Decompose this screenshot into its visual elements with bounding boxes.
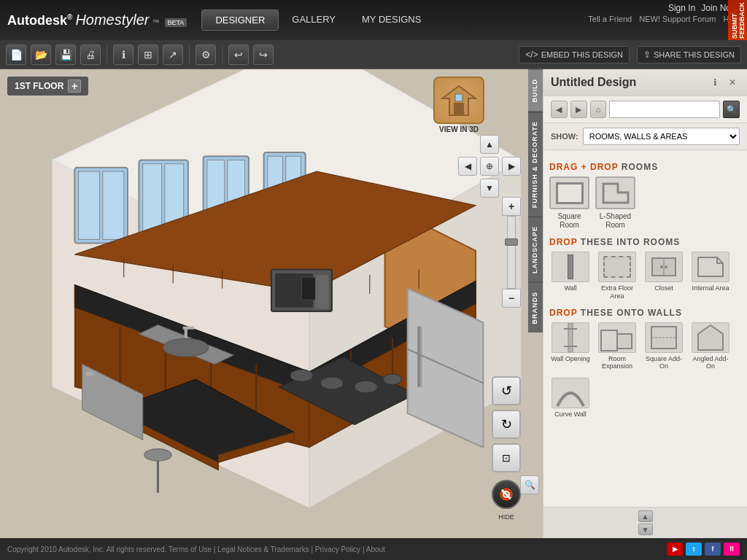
square-addon-svg [650, 323, 678, 352]
svg-rect-61 [86, 372, 93, 376]
pan-center-button[interactable]: ⊕ [480, 157, 499, 176]
tell-friend-link[interactable]: Tell a Friend [588, 15, 632, 23]
navigation-links: DESIGNER GALLERY MY DESIGNS [201, 9, 434, 31]
pan-up-button[interactable]: ▲ [480, 135, 499, 154]
nav-my-designs[interactable]: MY DESIGNS [349, 9, 434, 31]
copy-button[interactable]: ⊞ [138, 44, 158, 65]
feedback-tab[interactable]: SUBMIT FEEDBACK [728, 0, 747, 40]
youtube-icon[interactable]: ▶ [667, 542, 683, 556]
build-tab[interactable]: BUILD [528, 69, 543, 112]
zoom-handle[interactable] [505, 238, 518, 246]
embed-label: EMBED THIS DESIGN [541, 50, 623, 59]
house-svg [441, 82, 477, 119]
square-room-item[interactable]: SquareRoom [549, 176, 589, 230]
nav-designer[interactable]: DESIGNER [201, 9, 279, 31]
panel-search-input[interactable] [609, 101, 720, 118]
closet-item[interactable]: Closet [643, 252, 685, 300]
hide-wrapper: HIDE [492, 480, 521, 509]
panel-forward-button[interactable]: ▶ [570, 101, 587, 118]
l-shaped-room-label: L-ShapedRoom [600, 212, 631, 230]
print-button[interactable]: 🖨 [80, 44, 101, 65]
panel-home-button[interactable]: ⌂ [590, 101, 607, 118]
panel-close-button[interactable]: ✕ [725, 75, 740, 90]
hide-button[interactable] [492, 480, 521, 509]
embed-design-button[interactable]: </> EMBED THIS DESIGN [519, 46, 630, 63]
drag-drop-rooms-title: DRAG + DROP ROOMS [549, 162, 741, 172]
collapse-up-button[interactable]: ▲ [638, 510, 653, 522]
flickr-icon[interactable]: fl [724, 542, 740, 556]
add-floor-button[interactable]: + [68, 79, 81, 93]
rotate-right-button[interactable]: ↻ [492, 410, 521, 439]
landscape-tab[interactable]: LANDSCAPE [528, 217, 543, 282]
panel-search-button[interactable]: 🔍 [723, 101, 740, 118]
view-3d-button[interactable]: VIEW IN 3D [433, 77, 484, 133]
pan-right-button[interactable]: ▶ [502, 157, 521, 176]
pan-down-button[interactable]: ▼ [480, 179, 499, 198]
curve-wall-item[interactable]: Curve Wall [549, 378, 592, 419]
drop-into-rooms-title: DROP THESE INTO ROOMS [549, 237, 741, 247]
svg-rect-2 [455, 94, 462, 101]
angled-addon-label: Angled Add-On [689, 355, 732, 371]
hide-label: HIDE [498, 513, 514, 521]
extra-floor-shape [603, 256, 631, 278]
drop-label-1: DROP [549, 237, 577, 247]
zoom-slider[interactable] [507, 216, 516, 289]
svg-rect-75 [617, 334, 632, 349]
nav-up-row: ▲ [480, 135, 499, 154]
l-room-svg [602, 182, 630, 204]
angled-addon-svg [697, 323, 724, 352]
info-button[interactable]: ℹ [113, 44, 133, 65]
open-button[interactable]: 📂 [31, 44, 51, 65]
canvas-area[interactable]: 1ST FLOOR + VIEW IN 3D [0, 69, 543, 538]
facebook-icon[interactable]: f [705, 542, 721, 556]
square-addon-item[interactable]: Square Add-On [643, 322, 685, 371]
hide-icon [498, 486, 515, 503]
side-tabs: BUILD FURNISH & DECORATE LANDSCAPE BRAND… [528, 69, 543, 332]
l-shaped-room-icon [595, 176, 635, 209]
angled-addon-item[interactable]: Angled Add-On [689, 322, 732, 371]
wall-item[interactable]: Wall [549, 252, 592, 300]
collapse-down-button[interactable]: ▼ [638, 524, 653, 535]
wall-icon [551, 252, 589, 282]
export-button[interactable]: ↗ [163, 44, 183, 65]
room-expansion-item[interactable]: Room Expansion [596, 322, 638, 371]
support-link[interactable]: NEW! Support Forum [639, 15, 716, 23]
svg-rect-71 [568, 323, 573, 352]
svg-point-46 [383, 374, 401, 385]
screenshot-button[interactable]: ⊡ [492, 443, 521, 472]
undo-button[interactable]: ↩ [228, 44, 249, 65]
panel-info-button[interactable]: ℹ [708, 75, 722, 90]
settings-button[interactable]: ⚙ [196, 44, 216, 65]
new-button[interactable]: 📄 [6, 44, 26, 65]
footer-text: Copyright 2010 Autodesk, Inc. All rights… [7, 545, 661, 553]
show-bar: SHOW: ROOMS, WALLS & AREAS WALLS ONLY AR… [543, 123, 747, 150]
drag-label: DRAG + DROP [549, 162, 618, 172]
brands-tab[interactable]: BRANDS [528, 282, 543, 333]
furnish-decorate-tab[interactable]: FURNISH & DECORATE [528, 112, 543, 217]
nav-gallery[interactable]: GALLERY [279, 9, 349, 31]
show-select[interactable]: ROOMS, WALLS & AREAS WALLS ONLY AREAS ON… [583, 128, 740, 145]
rotate-left-button[interactable]: ↺ [492, 376, 521, 405]
pan-left-button[interactable]: ◀ [458, 157, 477, 176]
magnify-button[interactable]: 🔍 [520, 475, 539, 494]
toolbar: 📄 📂 💾 🖨 ℹ ⊞ ↗ ⚙ ↩ ↪ </> EMBED THIS DESIG… [0, 40, 747, 69]
svg-rect-41 [315, 275, 329, 309]
l-shaped-room-item[interactable]: L-ShapedRoom [595, 176, 635, 230]
twitter-icon[interactable]: t [686, 542, 702, 556]
redo-button[interactable]: ↪ [253, 44, 274, 65]
curve-wall-svg [554, 378, 587, 408]
save-button[interactable]: 💾 [55, 44, 76, 65]
svg-point-43 [290, 370, 313, 382]
curve-wall-grid: Curve Wall [549, 378, 741, 419]
internal-area-item[interactable]: Internal Area [689, 252, 732, 300]
wall-opening-item[interactable]: Wall Opening [549, 322, 592, 371]
rooms-label: ROOMS [622, 162, 658, 172]
panel-back-button[interactable]: ◀ [551, 101, 568, 118]
extra-floor-item[interactable]: Extra Floor Area [596, 252, 638, 300]
into-rooms-label: THESE INTO ROOMS [581, 237, 680, 247]
zoom-in-button[interactable]: + [502, 197, 521, 216]
logo[interactable]: Autodesk® Homestyler ™ BETA [7, 12, 187, 28]
zoom-out-button[interactable]: − [502, 289, 521, 308]
sign-in-link[interactable]: Sign In [668, 3, 695, 13]
share-design-button[interactable]: ⇪ SHARE THIS DESIGN [637, 46, 741, 63]
